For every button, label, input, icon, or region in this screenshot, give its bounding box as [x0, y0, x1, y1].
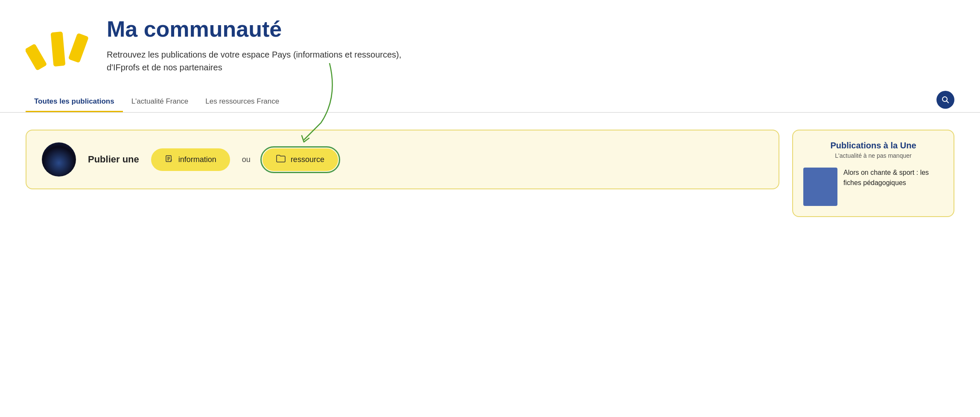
tab-ressources-france[interactable]: Les ressources France	[197, 91, 288, 112]
svg-line-4	[947, 101, 949, 103]
publication-text: Alors on chante & sport : les fiches péd…	[843, 168, 943, 188]
publications-title: Publications à la Une	[803, 141, 943, 151]
publication-item[interactable]: Alors on chante & sport : les fiches péd…	[803, 168, 943, 206]
page-wrapper: Ma communauté Retrouvez les publications…	[0, 0, 980, 217]
main-content: Publier une information ou	[0, 113, 980, 217]
publications-panel: Publications à la Une L'actualité à ne p…	[792, 130, 954, 217]
resource-btn-label: ressource	[291, 155, 324, 164]
svg-rect-2	[68, 33, 89, 63]
tab-actualite-france[interactable]: L'actualité France	[123, 91, 197, 112]
search-button[interactable]	[936, 91, 954, 109]
avatar-image	[42, 142, 76, 177]
info-btn-label: information	[178, 155, 216, 164]
publish-panel: Publier une information ou	[26, 130, 779, 189]
info-button[interactable]: information	[151, 148, 230, 171]
tabs-area: Toutes les publications L'actualité Fran…	[0, 91, 980, 113]
ou-text: ou	[242, 155, 251, 164]
page-subtitle: Retrouvez les publications de votre espa…	[107, 48, 405, 74]
arrow-container: ressource	[262, 148, 338, 171]
page-title: Ma communauté	[107, 17, 405, 41]
publier-label: Publier une	[88, 154, 139, 165]
svg-rect-1	[51, 32, 66, 67]
avatar	[42, 142, 76, 177]
edit-icon	[165, 154, 173, 165]
logo-icon	[26, 21, 94, 72]
header-text: Ma communauté Retrouvez les publications…	[107, 17, 405, 74]
resource-button[interactable]: ressource	[262, 148, 338, 171]
header-area: Ma communauté Retrouvez les publications…	[0, 0, 980, 82]
folder-icon	[276, 154, 286, 165]
publication-thumbnail	[803, 168, 837, 206]
publications-subtitle: L'actualité à ne pas manquer	[803, 152, 943, 159]
svg-rect-0	[26, 43, 47, 71]
tab-all-publications[interactable]: Toutes les publications	[26, 91, 123, 112]
